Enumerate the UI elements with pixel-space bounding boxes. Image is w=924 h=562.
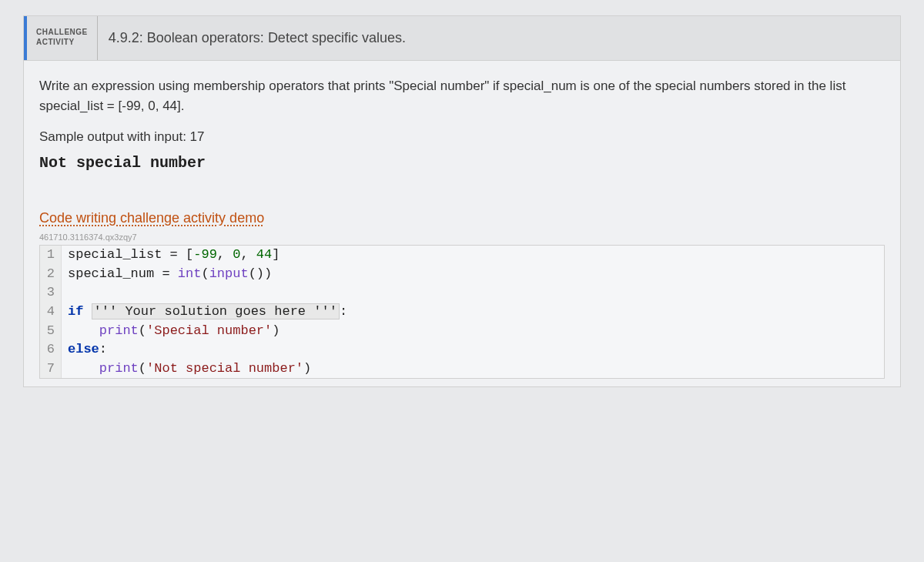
code-line: 3 — [40, 283, 884, 303]
demo-link[interactable]: Code writing challenge activity demo — [39, 210, 264, 226]
code-line: 5 print('Special number') — [40, 322, 884, 341]
line-content[interactable] — [62, 283, 68, 303]
activity-type-label: CHALLENGE ACTIVITY — [24, 16, 98, 60]
line-number: 5 — [40, 322, 62, 341]
line-number: 7 — [40, 360, 62, 379]
line-number: 1 — [40, 246, 62, 265]
challenge-body: Write an expression using membership ope… — [24, 61, 900, 386]
code-line: 2 special_num = int(input()) — [40, 265, 884, 284]
challenge-header: CHALLENGE ACTIVITY 4.9.2: Boolean operat… — [24, 16, 900, 61]
line-number: 2 — [40, 265, 62, 284]
line-content[interactable]: special_num = int(input()) — [62, 265, 272, 284]
code-line: 4 if ''' Your solution goes here ''': — [40, 303, 884, 322]
code-line: 6 else: — [40, 340, 884, 360]
line-number: 3 — [40, 283, 62, 303]
sample-output-label: Sample output with input: 17 — [39, 129, 885, 145]
code-editor[interactable]: 1 special_list = [-99, 0, 44] 2 special_… — [39, 245, 885, 379]
line-content[interactable]: print('Special number') — [62, 322, 280, 341]
sample-output-value: Not special number — [39, 154, 885, 172]
code-line: 7 print('Not special number') — [40, 360, 884, 379]
challenge-activity-block: CHALLENGE ACTIVITY 4.9.2: Boolean operat… — [23, 15, 901, 387]
line-content[interactable]: print('Not special number') — [62, 360, 311, 379]
prompt-text: Write an expression using membership ope… — [39, 76, 885, 115]
watermark-id: 461710.3116374.qx3zqy7 — [39, 232, 885, 242]
code-line: 1 special_list = [-99, 0, 44] — [40, 246, 884, 265]
challenge-title: 4.9.2: Boolean operators: Detect specifi… — [98, 16, 417, 60]
solution-placeholder[interactable]: ''' Your solution goes here ''' — [92, 303, 340, 319]
line-number: 4 — [40, 303, 62, 322]
line-content[interactable]: if ''' Your solution goes here ''': — [62, 303, 347, 322]
line-number: 6 — [40, 340, 62, 360]
line-content[interactable]: special_list = [-99, 0, 44] — [62, 246, 280, 265]
line-content[interactable]: else: — [62, 340, 107, 360]
